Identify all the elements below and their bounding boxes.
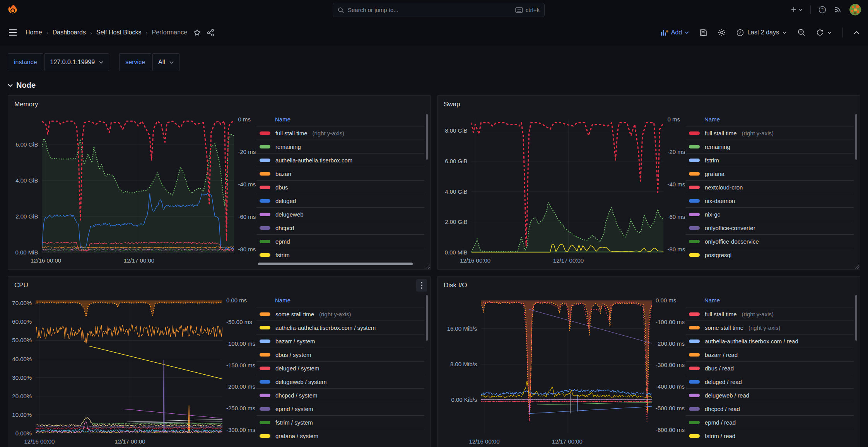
panel-header[interactable]: Disk I/O xyxy=(437,276,860,294)
series-name[interactable]: delugeweb / read xyxy=(705,392,749,399)
legend-item[interactable]: authelia-authelia.tiserbox.com xyxy=(256,153,424,167)
series-name[interactable]: dbus / read xyxy=(705,365,734,372)
panel-header[interactable]: Swap xyxy=(437,96,860,113)
search-input[interactable] xyxy=(348,7,511,13)
legend-item[interactable]: deluged xyxy=(256,194,424,207)
series-name[interactable]: deluged / read xyxy=(705,379,742,385)
refresh-button[interactable] xyxy=(816,29,832,36)
legend-item[interactable]: nix-daemon xyxy=(686,194,854,207)
time-series-chart[interactable]: 0.00%10.00%20.00%30.00%40.00%50.00%60.00… xyxy=(10,294,256,447)
help-button[interactable]: ? xyxy=(818,6,826,14)
series-name[interactable]: dhcpcd xyxy=(275,225,294,231)
legend-item[interactable]: full stall time(right y-axis) xyxy=(686,307,854,321)
series-name[interactable]: fstrim / read xyxy=(705,433,735,439)
legend-item[interactable]: authelia-authelia.tiserbox.com / system xyxy=(256,321,424,334)
grafana-logo[interactable] xyxy=(7,4,19,15)
breadcrumb-dashboards[interactable]: Dashboards xyxy=(53,29,86,36)
legend-column-name[interactable]: Name xyxy=(686,294,854,307)
series-name[interactable]: full stall time xyxy=(275,130,308,136)
legend-item[interactable]: bazarr / read xyxy=(686,348,854,361)
series-name[interactable]: some stall time xyxy=(275,311,314,317)
legend-item[interactable]: nix-gc xyxy=(686,207,854,221)
legend-item[interactable]: delugeweb / read xyxy=(686,388,854,402)
zoom-out-icon[interactable] xyxy=(798,29,805,36)
legend-item[interactable]: deluged / system xyxy=(256,361,424,375)
legend-item[interactable]: dhcpcd xyxy=(256,221,424,234)
time-series-chart[interactable]: 0.00 Kib/s8.00 Mib/s16.00 Mib/s0.00 ms-1… xyxy=(440,294,686,447)
legend-item[interactable]: remaining xyxy=(256,140,424,153)
save-icon[interactable] xyxy=(700,29,707,36)
legend-item[interactable]: full stall time(right y-axis) xyxy=(256,126,424,140)
series-name[interactable]: epmd / system xyxy=(275,406,313,412)
new-menu-button[interactable] xyxy=(791,7,803,13)
series-name[interactable]: bazarr xyxy=(275,171,292,177)
legend-item[interactable]: delugeweb / system xyxy=(256,375,424,388)
legend-column-name[interactable]: Name xyxy=(686,113,854,126)
series-name[interactable]: dbus / system xyxy=(275,351,311,358)
series-name[interactable]: authelia-authelia.tiserbox.com / read xyxy=(705,338,798,345)
series-name[interactable]: grafana xyxy=(705,171,724,177)
series-name[interactable]: fstrim xyxy=(705,157,719,164)
series-name[interactable]: bazarr / read xyxy=(705,351,738,358)
series-name[interactable]: bazarr / system xyxy=(275,338,315,345)
collapse-toolbar-icon[interactable] xyxy=(854,31,859,34)
menu-icon[interactable] xyxy=(9,29,17,36)
legend-item[interactable]: onlyoffice-converter xyxy=(686,221,854,234)
legend-item[interactable]: some stall time(right y-axis) xyxy=(256,307,424,321)
time-series-chart[interactable]: 0.00 MiB2.00 GiB4.00 GiB6.00 GiB0 ms-20 … xyxy=(10,113,256,266)
row-node[interactable]: Node xyxy=(8,81,868,90)
series-name[interactable]: some stall time xyxy=(705,324,743,331)
share-icon[interactable] xyxy=(207,29,214,36)
settings-icon[interactable] xyxy=(718,29,726,36)
breadcrumb-folder[interactable]: Self Host Blocks xyxy=(96,29,141,36)
series-name[interactable]: nix-gc xyxy=(705,211,720,218)
legend-item[interactable]: onlyoffice-docservice xyxy=(686,234,854,248)
legend-item[interactable]: deluged / read xyxy=(686,375,854,388)
panel-header[interactable]: Memory xyxy=(8,96,431,113)
series-name[interactable]: nix-daemon xyxy=(705,198,735,204)
legend-column-name[interactable]: Name xyxy=(256,113,424,126)
legend-item[interactable]: dbus / system xyxy=(256,348,424,361)
series-name[interactable]: delugeweb / system xyxy=(275,379,327,385)
series-name[interactable]: dhcpcd / system xyxy=(275,392,317,399)
legend-item[interactable]: bazarr / system xyxy=(256,334,424,348)
service-filter-value[interactable]: All xyxy=(152,53,179,71)
legend-item[interactable]: fstrim / system xyxy=(256,415,424,429)
series-name[interactable]: dbus xyxy=(275,184,288,191)
legend-scrollbar[interactable] xyxy=(426,114,428,160)
series-name[interactable]: remaining xyxy=(275,143,301,150)
legend-item[interactable]: epmd / read xyxy=(686,415,854,429)
legend-item[interactable]: dbus xyxy=(256,180,424,194)
series-name[interactable]: onlyoffice-converter xyxy=(705,225,755,231)
legend-item[interactable]: postgresql xyxy=(686,248,854,261)
legend-item[interactable]: fstrim / read xyxy=(686,429,854,442)
legend-scrollbar[interactable] xyxy=(855,295,857,341)
star-icon[interactable] xyxy=(193,29,201,36)
instance-filter-value[interactable]: 127.0.0.1:19999 xyxy=(44,53,109,71)
series-name[interactable]: fstrim / system xyxy=(275,419,313,426)
time-range-picker[interactable]: Last 2 days xyxy=(736,29,787,36)
legend-column-name[interactable]: Name xyxy=(256,294,424,307)
series-name[interactable]: epmd / read xyxy=(705,419,736,426)
legend-item[interactable]: dhcpcd / read xyxy=(686,402,854,415)
series-name[interactable]: remaining xyxy=(705,143,730,150)
series-name[interactable]: delugeweb xyxy=(275,211,304,218)
legend-item[interactable]: epmd / system xyxy=(256,402,424,415)
legend-item[interactable]: dbus / read xyxy=(686,361,854,375)
series-name[interactable]: authelia-authelia.tiserbox.com / system xyxy=(275,324,376,331)
series-name[interactable]: onlyoffice-docservice xyxy=(705,238,759,245)
legend-item[interactable]: epmd xyxy=(256,234,424,248)
legend-item[interactable]: delugeweb xyxy=(256,207,424,221)
series-name[interactable]: full stall time xyxy=(705,311,737,317)
series-name[interactable]: grafana / system xyxy=(275,433,318,439)
series-name[interactable]: full stall time xyxy=(705,130,737,136)
legend-scrollbar[interactable] xyxy=(426,295,428,341)
series-name[interactable]: fstrim xyxy=(275,252,290,258)
legend-item[interactable]: some stall time(right y-axis) xyxy=(686,321,854,334)
series-name[interactable]: authelia-authelia.tiserbox.com xyxy=(275,157,352,164)
time-series-chart[interactable]: 0.00 MiB2.00 GiB4.00 GiB6.00 GiB8.00 GiB… xyxy=(440,113,686,266)
legend-item[interactable]: bazarr xyxy=(256,167,424,180)
legend-item[interactable]: remaining xyxy=(686,140,854,153)
series-name[interactable]: deluged / system xyxy=(275,365,319,372)
series-name[interactable]: dhcpcd / read xyxy=(705,406,740,412)
